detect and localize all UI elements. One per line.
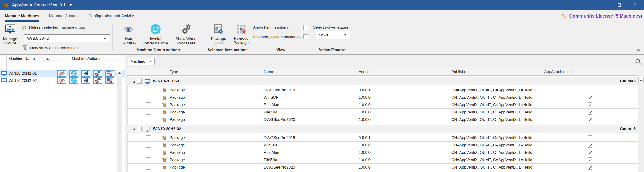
cell-publisher: CN=AppVentiX, OU=IT, O=AppVentiX, L=Heil… bbox=[451, 86, 541, 94]
group-label-selected-item-actions: Selected Item actions bbox=[204, 47, 251, 53]
license-status: Community License (5 Machines) bbox=[561, 10, 642, 22]
show-processes-gears-button[interactable] bbox=[93, 77, 102, 84]
package-details-button[interactable]: Package Details bbox=[208, 23, 230, 47]
package-row[interactable]: Package PostMan 1.0.0.0 CN=AppVentiX, OU… bbox=[127, 101, 638, 109]
column-header-type[interactable]: Type bbox=[170, 69, 178, 75]
only-show-online-label[interactable]: Only show online machines bbox=[30, 45, 78, 51]
machine-row[interactable]: WIN10-20H2-02 bbox=[0, 77, 125, 84]
row-checkbox[interactable] bbox=[146, 117, 151, 122]
cell-publisher: CN=AppVentiX, OU=IT, O=AppVentiX, L=Heil… bbox=[451, 109, 541, 116]
invoke-refresh-cycle-button[interactable] bbox=[69, 77, 78, 84]
active-feature-combobox[interactable]: MSIX bbox=[316, 31, 350, 39]
show-virtual-processes-button[interactable]: Show Virtual Processes bbox=[172, 23, 200, 47]
appattach-checkbox[interactable] bbox=[588, 157, 592, 162]
scroll-up-button[interactable] bbox=[638, 77, 644, 83]
package-row[interactable]: Package FileZilla 1.0.0.0 CN=AppVentiX, … bbox=[127, 156, 638, 164]
group-label-view: View bbox=[251, 47, 311, 53]
scroll-up-button[interactable] bbox=[117, 70, 122, 76]
tab-manage-machines[interactable]: Manage Machines bbox=[5, 10, 39, 22]
hide-inventory-eye-button[interactable] bbox=[57, 70, 66, 77]
report-printer-button[interactable] bbox=[81, 70, 90, 77]
collapse-ribbon-chevron-icon[interactable] bbox=[636, 49, 641, 52]
sort-ascending-icon bbox=[149, 61, 152, 63]
package-row[interactable]: Package DWGSeePro2016 0.0.0.1 CN=AppVent… bbox=[127, 86, 638, 94]
column-header-name[interactable]: Name bbox=[264, 69, 274, 75]
remove-packages-grid-button[interactable] bbox=[105, 77, 114, 84]
machines-scrollbar[interactable] bbox=[117, 70, 122, 172]
group-row[interactable]: WIN10-20H2-01 Count=5 bbox=[127, 77, 638, 85]
manage-groups-button[interactable]: Manage Groups bbox=[0, 23, 20, 47]
invoke-refresh-cycle-button[interactable] bbox=[69, 70, 78, 77]
machine-row[interactable]: WIN10-20H2-01 bbox=[0, 70, 125, 77]
group-row[interactable]: WIN10-20H2-02 Count=5 bbox=[127, 125, 638, 133]
group-by-chip[interactable]: Machine bbox=[128, 58, 155, 65]
machine-name-column-header[interactable]: Machine Name bbox=[8, 55, 35, 62]
title-bar: AppVentiX Central View 3.1 bbox=[0, 0, 644, 10]
packages-scrollbar[interactable] bbox=[638, 77, 644, 172]
column-header-appattach[interactable]: AppAttach used bbox=[544, 69, 572, 75]
restore-button[interactable] bbox=[612, 0, 627, 10]
hide-inventory-eye-button[interactable] bbox=[57, 77, 66, 84]
machine-group-combobox[interactable]: Win10 20H2 bbox=[24, 34, 110, 42]
group-checkbox[interactable] bbox=[137, 127, 142, 131]
row-checkbox[interactable] bbox=[146, 157, 151, 162]
tab-manage-content[interactable]: Manage Content bbox=[49, 10, 79, 22]
appattach-checkbox[interactable] bbox=[588, 110, 592, 115]
group-count: Count=5 bbox=[620, 77, 636, 85]
show-processes-gears-button[interactable] bbox=[93, 70, 102, 77]
column-header-publisher[interactable]: Publisher bbox=[451, 69, 468, 75]
minimize-button[interactable] bbox=[596, 0, 612, 10]
appattach-checkbox[interactable] bbox=[588, 117, 592, 122]
show-hidden-columns-checkbox[interactable] bbox=[303, 25, 308, 30]
refresh-selected-label[interactable]: Refresh selected machine group bbox=[29, 25, 86, 30]
group-name: WIN10-20H2-01 bbox=[153, 77, 181, 85]
package-row[interactable]: Package DWGSeePro2020 1.0.0.0 CN=AppVent… bbox=[127, 116, 638, 123]
row-checkbox[interactable] bbox=[146, 165, 151, 170]
filter-row[interactable] bbox=[0, 62, 125, 70]
package-row[interactable]: Package PostMan 1.0.0.0 CN=AppVentiX, OU… bbox=[127, 149, 638, 156]
cell-type: Package bbox=[170, 141, 257, 149]
row-checkbox[interactable] bbox=[146, 150, 151, 155]
row-checkbox[interactable] bbox=[146, 135, 151, 140]
invoke-refresh-cycle-button[interactable]: InvokeRefresh Cycle bbox=[141, 23, 170, 47]
remove-package-button[interactable]: Remove Package bbox=[230, 23, 252, 47]
select-all-checkbox[interactable] bbox=[142, 70, 146, 74]
group-checkbox[interactable] bbox=[137, 79, 142, 84]
tab-configuration-activity[interactable]: Configuration and Activity bbox=[88, 10, 134, 22]
appattach-checkbox[interactable] bbox=[588, 165, 592, 170]
cell-type: Package bbox=[170, 116, 257, 123]
search-icon[interactable] bbox=[635, 59, 642, 65]
package-row[interactable]: Package FileZilla 1.0.0.0 CN=AppVentiX, … bbox=[127, 109, 638, 116]
run-inventory-button[interactable]: Run Inventory bbox=[118, 23, 139, 47]
row-checkbox[interactable] bbox=[146, 110, 151, 115]
column-header-version[interactable]: Version bbox=[358, 69, 372, 75]
machine-actions-column-header[interactable]: Machine Actions bbox=[55, 55, 117, 62]
package-row[interactable]: Package DWGSeePro2016 0.0.0.1 CN=AppVent… bbox=[127, 134, 638, 141]
package-row[interactable]: Package WinSCP 1.0.0.0 CN=AppVentiX, OU=… bbox=[127, 141, 638, 149]
close-button[interactable] bbox=[627, 0, 644, 10]
appattach-checkbox[interactable] bbox=[588, 135, 592, 140]
ribbon-tabs: Manage Machines Manage Content Configura… bbox=[0, 10, 644, 22]
appattach-checkbox[interactable] bbox=[588, 143, 592, 147]
appattach-checkbox[interactable] bbox=[588, 102, 592, 107]
package-row[interactable]: Package WinSCP 1.0.0.0 CN=AppVentiX, OU=… bbox=[127, 94, 638, 101]
expander-icon[interactable] bbox=[132, 80, 135, 83]
refresh-cycle-icon bbox=[150, 24, 161, 35]
divider bbox=[112, 24, 112, 51]
appattach-checkbox[interactable] bbox=[588, 150, 592, 155]
machine-monitor-icon bbox=[144, 126, 150, 132]
row-checkbox[interactable] bbox=[146, 88, 151, 92]
report-printer-button[interactable] bbox=[81, 77, 90, 84]
inventory-system-packages-checkbox[interactable] bbox=[303, 34, 308, 39]
appattach-checkbox[interactable] bbox=[588, 88, 592, 92]
row-checkbox[interactable] bbox=[146, 95, 151, 100]
remove-packages-grid-button[interactable] bbox=[105, 70, 114, 77]
row-checkbox[interactable] bbox=[146, 102, 151, 107]
appattach-checkbox[interactable] bbox=[588, 95, 592, 100]
cell-publisher: CN=AppVentiX, OU=IT, O=AppVentiX, L=Heil… bbox=[451, 94, 541, 101]
row-checkbox[interactable] bbox=[146, 143, 151, 147]
title-menu-chevron-icon[interactable] bbox=[69, 4, 72, 6]
expander-icon[interactable] bbox=[132, 128, 135, 130]
machine-name: WIN10-20H2-01 bbox=[8, 70, 37, 77]
package-row[interactable]: Package DWGSeePro2020 1.0.0.0 CN=AppVent… bbox=[127, 164, 638, 171]
